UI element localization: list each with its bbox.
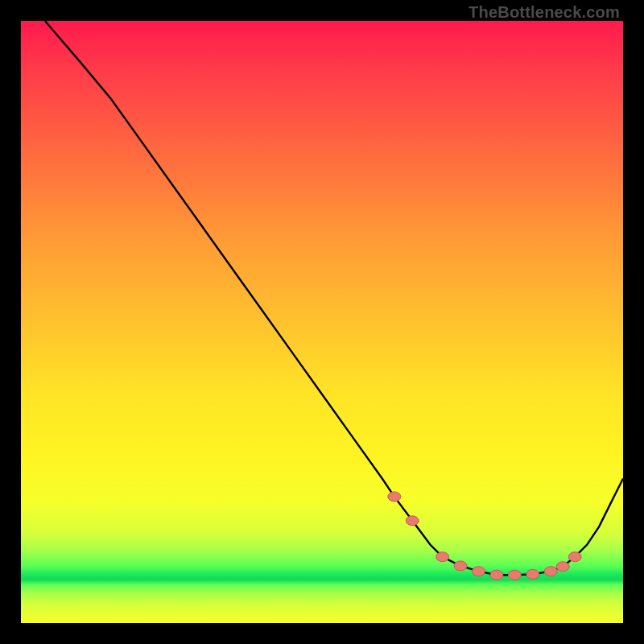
data-marker <box>568 552 581 562</box>
bottleneck-curve <box>45 21 623 575</box>
data-marker <box>388 492 401 502</box>
watermark-text: TheBottleneck.com <box>469 3 620 22</box>
data-marker <box>526 569 539 579</box>
marker-group <box>388 492 581 580</box>
data-marker <box>544 567 557 576</box>
data-marker <box>473 567 485 576</box>
data-marker <box>454 561 467 571</box>
data-marker <box>490 570 503 580</box>
data-marker <box>406 516 419 526</box>
chart-overlay <box>21 21 623 623</box>
data-marker <box>436 552 449 562</box>
data-marker <box>556 562 569 572</box>
chart-stage: TheBottleneck.com <box>0 0 644 644</box>
plot-area <box>21 21 623 623</box>
data-marker <box>508 570 521 580</box>
